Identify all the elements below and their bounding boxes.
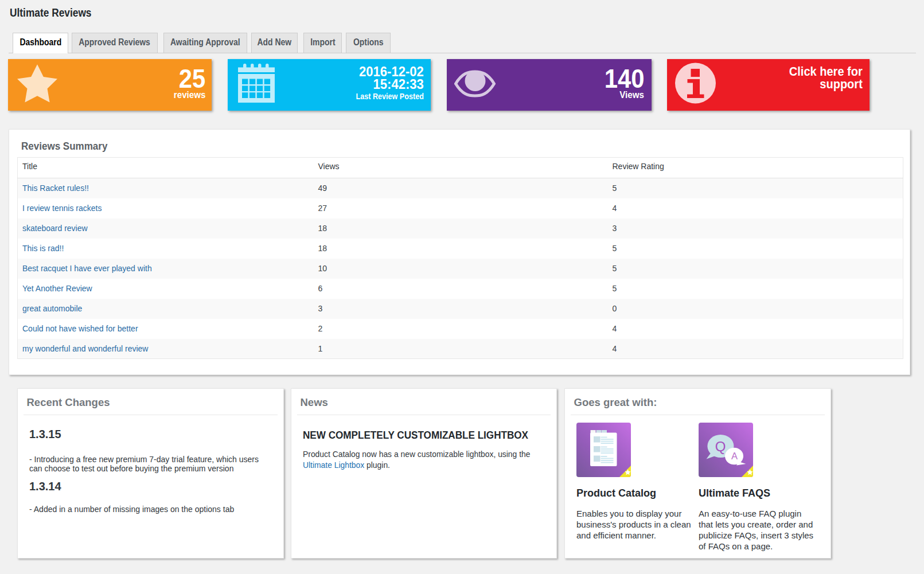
svg-text:Q: Q [715, 439, 726, 454]
svg-text:A: A [731, 451, 738, 461]
